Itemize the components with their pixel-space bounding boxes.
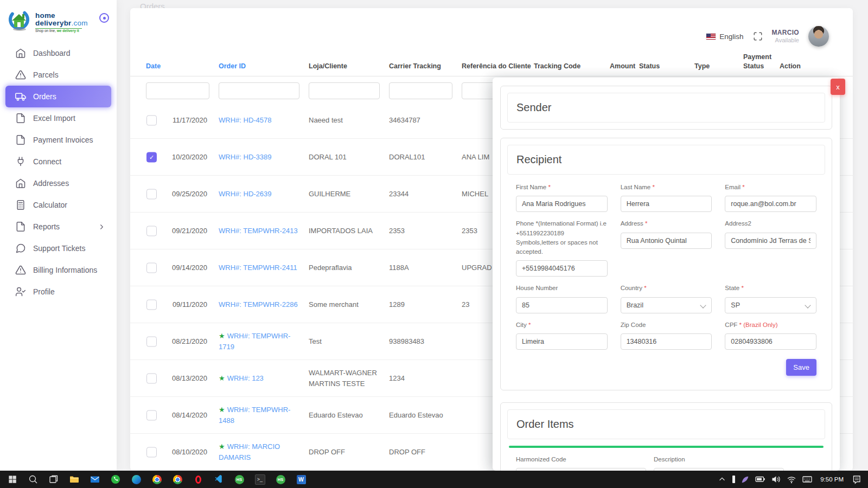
cell-order-id: WRH#: HD-4578	[219, 102, 301, 138]
filter-order-id[interactable]	[219, 82, 299, 99]
filter-date[interactable]	[146, 82, 209, 99]
email-field[interactable]	[725, 196, 816, 212]
volume-icon[interactable]	[771, 474, 781, 484]
order-id-link[interactable]: WRH#: HD-4578	[219, 116, 272, 124]
row-checkbox[interactable]: ✓	[146, 152, 157, 162]
user-info[interactable]: MARCIO Available	[772, 29, 799, 44]
order-id-link[interactable]: WRH#: 123	[227, 374, 264, 382]
sidebar-item-profile[interactable]: Profile	[0, 281, 117, 303]
row-checkbox[interactable]	[146, 447, 157, 457]
row-checkbox[interactable]	[146, 410, 157, 420]
sidebar-item-parcels[interactable]: Parcels	[0, 64, 117, 86]
order-id-link[interactable]: WRH#: TEMPWHR-1719	[219, 332, 290, 351]
chevron-down-icon	[805, 302, 810, 308]
filter-loja-cliente[interactable]	[309, 82, 380, 99]
avatar[interactable]	[808, 26, 829, 47]
app-bar-icon[interactable]	[732, 476, 735, 483]
sidebar-item-addresses[interactable]: Addresses	[0, 172, 117, 194]
sidebar-item-billing-informations[interactable]: Billing Informations	[0, 259, 117, 281]
search-icon[interactable]	[23, 471, 43, 488]
menu-pin-toggle-icon[interactable]	[99, 13, 109, 23]
row-checkbox[interactable]	[146, 373, 157, 383]
sidebar-item-excel-import[interactable]: Excel Import	[0, 107, 117, 129]
order-id-link[interactable]: WRH#: MARCIO DAMARIS	[219, 442, 280, 461]
chevron-up-icon[interactable]	[718, 475, 726, 484]
user-check-icon	[15, 286, 26, 297]
column-header-order-id[interactable]: Order ID	[219, 62, 295, 71]
chrome-icon[interactable]	[146, 471, 167, 488]
order-id-link[interactable]: WRH#: TEMPWHR-2286	[219, 300, 298, 309]
opera-icon[interactable]	[188, 471, 208, 488]
row-checkbox[interactable]	[146, 262, 157, 273]
cpf-field[interactable]	[725, 333, 816, 350]
row-checkbox[interactable]	[146, 226, 157, 236]
zip-field[interactable]	[621, 333, 712, 350]
sidebar-item-support-tickets[interactable]: Support Tickets	[0, 237, 117, 259]
sender-section-title: Sender	[507, 93, 825, 123]
state-select[interactable]: SP	[725, 297, 816, 313]
cell-loja-cliente: Test	[309, 323, 386, 359]
fullscreen-icon[interactable]	[753, 31, 763, 41]
save-button[interactable]: Save	[786, 359, 816, 376]
cell-order-id: WRH#: TEMPWHR-2411	[219, 249, 301, 286]
cell-date: 09/11/2020	[161, 286, 207, 323]
home-icon	[15, 48, 26, 59]
alert-triangle-icon	[15, 69, 26, 80]
order-id-link[interactable]: WRH#: TEMPWHR-2411	[219, 264, 297, 272]
hs-app-icon[interactable]: HS	[229, 471, 250, 488]
order-id-link[interactable]: WRH#: HD-3389	[219, 153, 272, 161]
house-number-field[interactable]	[516, 297, 608, 313]
last-name-label: Last Name *	[621, 183, 712, 192]
order-id-link[interactable]: WRH#: TEMPWHR-2413	[219, 227, 298, 235]
country-select[interactable]: Brazil	[621, 297, 712, 313]
address2-field[interactable]	[725, 233, 816, 249]
first-name-field[interactable]	[516, 196, 608, 212]
address-field[interactable]	[621, 233, 712, 249]
sidebar-item-orders[interactable]: Orders	[5, 86, 111, 107]
chrome-beta-icon[interactable]	[167, 471, 188, 488]
cell-order-id: ★WRH#: TEMPWHR-1719	[219, 323, 301, 359]
save-row: Save	[507, 350, 825, 383]
start-icon[interactable]	[2, 471, 23, 488]
city-field[interactable]	[516, 333, 608, 350]
sidebar-item-dashboard[interactable]: Dashboard	[0, 42, 117, 64]
sidebar: home deliverybr.com Shop on line, we del…	[0, 0, 117, 471]
notifications-icon[interactable]	[852, 474, 861, 484]
row-checkbox[interactable]	[146, 336, 157, 346]
terminal-icon[interactable]: >_	[250, 471, 270, 488]
word-icon[interactable]: W	[291, 471, 311, 488]
sidebar-item-connect[interactable]: Connect	[0, 151, 117, 172]
cell-loja-cliente: DROP OFF	[309, 434, 386, 470]
phone-field[interactable]	[516, 260, 608, 277]
language-selector[interactable]: English	[706, 33, 743, 41]
task-view-icon[interactable]	[43, 471, 64, 488]
row-checkbox[interactable]	[146, 115, 157, 125]
hs-app-2-icon[interactable]: HS	[270, 471, 291, 488]
file-explorer-icon[interactable]	[64, 471, 85, 488]
sidebar-item-reports[interactable]: Reports	[0, 216, 117, 237]
mail-icon[interactable]	[85, 471, 105, 488]
order-id-link[interactable]: WRH#: HD-2639	[219, 190, 272, 198]
row-checkbox[interactable]	[146, 299, 157, 310]
wifi-icon[interactable]	[787, 474, 796, 484]
sidebar-item-payment-invoices[interactable]: Payment Invoices	[0, 129, 117, 151]
taskbar-clock[interactable]: 9:50 PM	[818, 476, 846, 483]
cell-date: 10/20/2020	[161, 139, 207, 175]
plug-icon	[15, 156, 26, 167]
row-checkbox[interactable]	[146, 189, 157, 199]
edge-icon[interactable]	[126, 471, 146, 488]
last-name-field[interactable]	[621, 196, 712, 212]
column-header-date[interactable]: Date	[146, 62, 206, 71]
cell-order-id: WRH#: HD-2639	[219, 176, 301, 212]
whatsapp-icon[interactable]	[105, 471, 126, 488]
battery-icon[interactable]	[755, 474, 765, 484]
filter-carrier-tracking[interactable]	[389, 82, 452, 99]
vscode-icon[interactable]	[208, 471, 229, 488]
close-icon[interactable]: x	[831, 79, 845, 95]
sidebar-item-calculator[interactable]: Calculator	[0, 194, 117, 216]
logo-tagline: Shop on line, we delivery it	[35, 28, 82, 33]
keyboard-icon[interactable]	[802, 474, 812, 484]
app-logo[interactable]: home deliverybr.com Shop on line, we del…	[8, 9, 88, 36]
order-id-link[interactable]: WRH#: TEMPWHR-1488	[219, 406, 290, 425]
feather-app-icon[interactable]	[741, 476, 749, 484]
